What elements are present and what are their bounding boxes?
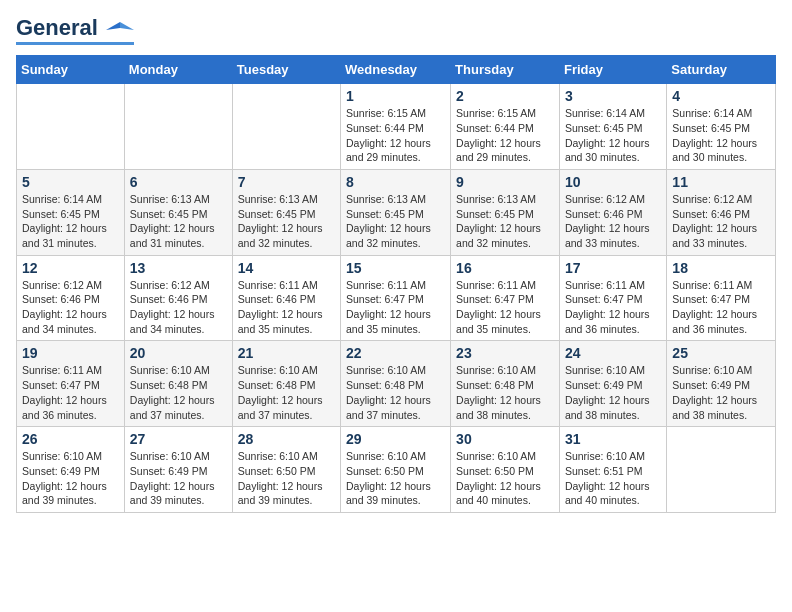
day-info: Sunrise: 6:12 AM Sunset: 6:46 PM Dayligh… xyxy=(672,192,770,251)
day-number: 27 xyxy=(130,431,227,447)
day-number: 18 xyxy=(672,260,770,276)
day-number: 11 xyxy=(672,174,770,190)
calendar-week-1: 1Sunrise: 6:15 AM Sunset: 6:44 PM Daylig… xyxy=(17,84,776,170)
logo-bird-icon xyxy=(106,20,134,38)
day-info: Sunrise: 6:12 AM Sunset: 6:46 PM Dayligh… xyxy=(130,278,227,337)
calendar-cell: 3Sunrise: 6:14 AM Sunset: 6:45 PM Daylig… xyxy=(559,84,666,170)
day-number: 16 xyxy=(456,260,554,276)
svg-marker-1 xyxy=(106,22,120,30)
calendar-cell: 2Sunrise: 6:15 AM Sunset: 6:44 PM Daylig… xyxy=(451,84,560,170)
calendar-cell: 1Sunrise: 6:15 AM Sunset: 6:44 PM Daylig… xyxy=(341,84,451,170)
svg-marker-0 xyxy=(120,22,134,30)
calendar-header-sunday: Sunday xyxy=(17,56,125,84)
calendar-cell: 21Sunrise: 6:10 AM Sunset: 6:48 PM Dayli… xyxy=(232,341,340,427)
day-info: Sunrise: 6:14 AM Sunset: 6:45 PM Dayligh… xyxy=(672,106,770,165)
day-number: 6 xyxy=(130,174,227,190)
day-info: Sunrise: 6:10 AM Sunset: 6:51 PM Dayligh… xyxy=(565,449,661,508)
day-number: 5 xyxy=(22,174,119,190)
day-info: Sunrise: 6:10 AM Sunset: 6:49 PM Dayligh… xyxy=(22,449,119,508)
calendar-cell: 28Sunrise: 6:10 AM Sunset: 6:50 PM Dayli… xyxy=(232,427,340,513)
day-info: Sunrise: 6:11 AM Sunset: 6:47 PM Dayligh… xyxy=(22,363,119,422)
calendar-cell: 19Sunrise: 6:11 AM Sunset: 6:47 PM Dayli… xyxy=(17,341,125,427)
day-number: 7 xyxy=(238,174,335,190)
logo-underline xyxy=(16,42,134,45)
day-number: 22 xyxy=(346,345,445,361)
calendar-cell: 8Sunrise: 6:13 AM Sunset: 6:45 PM Daylig… xyxy=(341,169,451,255)
calendar-cell: 12Sunrise: 6:12 AM Sunset: 6:46 PM Dayli… xyxy=(17,255,125,341)
calendar-cell: 15Sunrise: 6:11 AM Sunset: 6:47 PM Dayli… xyxy=(341,255,451,341)
calendar-cell: 23Sunrise: 6:10 AM Sunset: 6:48 PM Dayli… xyxy=(451,341,560,427)
day-info: Sunrise: 6:14 AM Sunset: 6:45 PM Dayligh… xyxy=(22,192,119,251)
calendar-cell: 10Sunrise: 6:12 AM Sunset: 6:46 PM Dayli… xyxy=(559,169,666,255)
day-number: 25 xyxy=(672,345,770,361)
calendar-cell: 6Sunrise: 6:13 AM Sunset: 6:45 PM Daylig… xyxy=(124,169,232,255)
calendar-cell: 24Sunrise: 6:10 AM Sunset: 6:49 PM Dayli… xyxy=(559,341,666,427)
calendar-cell: 29Sunrise: 6:10 AM Sunset: 6:50 PM Dayli… xyxy=(341,427,451,513)
calendar-cell xyxy=(232,84,340,170)
calendar-header-saturday: Saturday xyxy=(667,56,776,84)
calendar-header-friday: Friday xyxy=(559,56,666,84)
logo-text: General xyxy=(16,16,134,40)
calendar-cell: 17Sunrise: 6:11 AM Sunset: 6:47 PM Dayli… xyxy=(559,255,666,341)
calendar-cell: 9Sunrise: 6:13 AM Sunset: 6:45 PM Daylig… xyxy=(451,169,560,255)
day-number: 21 xyxy=(238,345,335,361)
day-info: Sunrise: 6:10 AM Sunset: 6:49 PM Dayligh… xyxy=(565,363,661,422)
day-info: Sunrise: 6:10 AM Sunset: 6:49 PM Dayligh… xyxy=(672,363,770,422)
day-number: 14 xyxy=(238,260,335,276)
calendar-cell: 27Sunrise: 6:10 AM Sunset: 6:49 PM Dayli… xyxy=(124,427,232,513)
day-number: 20 xyxy=(130,345,227,361)
day-number: 1 xyxy=(346,88,445,104)
calendar-header-monday: Monday xyxy=(124,56,232,84)
day-info: Sunrise: 6:12 AM Sunset: 6:46 PM Dayligh… xyxy=(22,278,119,337)
day-info: Sunrise: 6:10 AM Sunset: 6:48 PM Dayligh… xyxy=(238,363,335,422)
day-info: Sunrise: 6:10 AM Sunset: 6:48 PM Dayligh… xyxy=(456,363,554,422)
calendar-cell: 11Sunrise: 6:12 AM Sunset: 6:46 PM Dayli… xyxy=(667,169,776,255)
day-info: Sunrise: 6:13 AM Sunset: 6:45 PM Dayligh… xyxy=(346,192,445,251)
calendar-header-wednesday: Wednesday xyxy=(341,56,451,84)
calendar-cell: 16Sunrise: 6:11 AM Sunset: 6:47 PM Dayli… xyxy=(451,255,560,341)
day-info: Sunrise: 6:12 AM Sunset: 6:46 PM Dayligh… xyxy=(565,192,661,251)
day-info: Sunrise: 6:11 AM Sunset: 6:47 PM Dayligh… xyxy=(456,278,554,337)
calendar-week-3: 12Sunrise: 6:12 AM Sunset: 6:46 PM Dayli… xyxy=(17,255,776,341)
day-number: 31 xyxy=(565,431,661,447)
calendar-cell: 26Sunrise: 6:10 AM Sunset: 6:49 PM Dayli… xyxy=(17,427,125,513)
day-info: Sunrise: 6:13 AM Sunset: 6:45 PM Dayligh… xyxy=(130,192,227,251)
calendar-cell: 5Sunrise: 6:14 AM Sunset: 6:45 PM Daylig… xyxy=(17,169,125,255)
day-number: 29 xyxy=(346,431,445,447)
day-info: Sunrise: 6:15 AM Sunset: 6:44 PM Dayligh… xyxy=(346,106,445,165)
day-number: 4 xyxy=(672,88,770,104)
calendar-header-thursday: Thursday xyxy=(451,56,560,84)
day-number: 19 xyxy=(22,345,119,361)
day-number: 8 xyxy=(346,174,445,190)
day-number: 26 xyxy=(22,431,119,447)
logo: General xyxy=(16,16,134,45)
day-number: 3 xyxy=(565,88,661,104)
day-info: Sunrise: 6:13 AM Sunset: 6:45 PM Dayligh… xyxy=(456,192,554,251)
day-number: 24 xyxy=(565,345,661,361)
day-number: 12 xyxy=(22,260,119,276)
day-info: Sunrise: 6:10 AM Sunset: 6:50 PM Dayligh… xyxy=(346,449,445,508)
page-header: General xyxy=(16,16,776,45)
calendar-cell: 31Sunrise: 6:10 AM Sunset: 6:51 PM Dayli… xyxy=(559,427,666,513)
day-info: Sunrise: 6:10 AM Sunset: 6:49 PM Dayligh… xyxy=(130,449,227,508)
day-info: Sunrise: 6:11 AM Sunset: 6:46 PM Dayligh… xyxy=(238,278,335,337)
calendar-header-tuesday: Tuesday xyxy=(232,56,340,84)
day-number: 30 xyxy=(456,431,554,447)
day-info: Sunrise: 6:14 AM Sunset: 6:45 PM Dayligh… xyxy=(565,106,661,165)
day-number: 15 xyxy=(346,260,445,276)
day-info: Sunrise: 6:13 AM Sunset: 6:45 PM Dayligh… xyxy=(238,192,335,251)
calendar-week-5: 26Sunrise: 6:10 AM Sunset: 6:49 PM Dayli… xyxy=(17,427,776,513)
calendar-cell: 14Sunrise: 6:11 AM Sunset: 6:46 PM Dayli… xyxy=(232,255,340,341)
day-info: Sunrise: 6:15 AM Sunset: 6:44 PM Dayligh… xyxy=(456,106,554,165)
day-info: Sunrise: 6:10 AM Sunset: 6:48 PM Dayligh… xyxy=(130,363,227,422)
calendar-week-4: 19Sunrise: 6:11 AM Sunset: 6:47 PM Dayli… xyxy=(17,341,776,427)
day-number: 17 xyxy=(565,260,661,276)
calendar-cell: 22Sunrise: 6:10 AM Sunset: 6:48 PM Dayli… xyxy=(341,341,451,427)
day-number: 2 xyxy=(456,88,554,104)
day-info: Sunrise: 6:10 AM Sunset: 6:50 PM Dayligh… xyxy=(238,449,335,508)
day-info: Sunrise: 6:10 AM Sunset: 6:50 PM Dayligh… xyxy=(456,449,554,508)
day-number: 9 xyxy=(456,174,554,190)
calendar-cell: 4Sunrise: 6:14 AM Sunset: 6:45 PM Daylig… xyxy=(667,84,776,170)
calendar-cell: 30Sunrise: 6:10 AM Sunset: 6:50 PM Dayli… xyxy=(451,427,560,513)
calendar-cell: 20Sunrise: 6:10 AM Sunset: 6:48 PM Dayli… xyxy=(124,341,232,427)
